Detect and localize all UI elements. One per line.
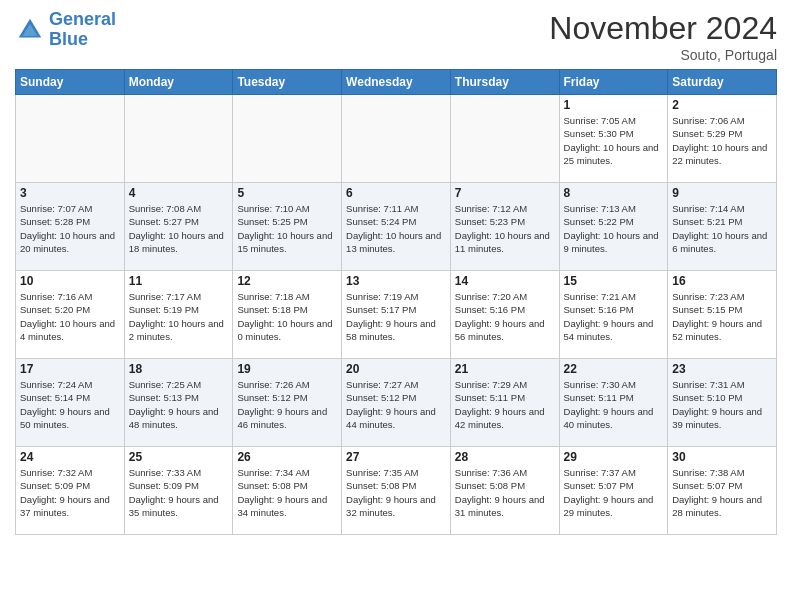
day-cell: 24Sunrise: 7:32 AM Sunset: 5:09 PM Dayli… <box>16 447 125 535</box>
day-cell: 12Sunrise: 7:18 AM Sunset: 5:18 PM Dayli… <box>233 271 342 359</box>
day-cell: 25Sunrise: 7:33 AM Sunset: 5:09 PM Dayli… <box>124 447 233 535</box>
day-number: 22 <box>564 362 664 376</box>
day-number: 2 <box>672 98 772 112</box>
day-number: 9 <box>672 186 772 200</box>
day-info: Sunrise: 7:30 AM Sunset: 5:11 PM Dayligh… <box>564 378 664 431</box>
week-row-5: 24Sunrise: 7:32 AM Sunset: 5:09 PM Dayli… <box>16 447 777 535</box>
weekday-header-sunday: Sunday <box>16 70 125 95</box>
day-info: Sunrise: 7:37 AM Sunset: 5:07 PM Dayligh… <box>564 466 664 519</box>
calendar-table: SundayMondayTuesdayWednesdayThursdayFrid… <box>15 69 777 535</box>
day-number: 13 <box>346 274 446 288</box>
day-cell: 28Sunrise: 7:36 AM Sunset: 5:08 PM Dayli… <box>450 447 559 535</box>
day-number: 1 <box>564 98 664 112</box>
day-info: Sunrise: 7:31 AM Sunset: 5:10 PM Dayligh… <box>672 378 772 431</box>
day-number: 6 <box>346 186 446 200</box>
day-info: Sunrise: 7:14 AM Sunset: 5:21 PM Dayligh… <box>672 202 772 255</box>
day-info: Sunrise: 7:38 AM Sunset: 5:07 PM Dayligh… <box>672 466 772 519</box>
weekday-header-wednesday: Wednesday <box>342 70 451 95</box>
day-number: 28 <box>455 450 555 464</box>
page-header: General Blue November 2024 Souto, Portug… <box>15 10 777 63</box>
day-info: Sunrise: 7:33 AM Sunset: 5:09 PM Dayligh… <box>129 466 229 519</box>
day-info: Sunrise: 7:36 AM Sunset: 5:08 PM Dayligh… <box>455 466 555 519</box>
day-cell: 27Sunrise: 7:35 AM Sunset: 5:08 PM Dayli… <box>342 447 451 535</box>
day-number: 24 <box>20 450 120 464</box>
day-info: Sunrise: 7:17 AM Sunset: 5:19 PM Dayligh… <box>129 290 229 343</box>
day-number: 18 <box>129 362 229 376</box>
day-info: Sunrise: 7:10 AM Sunset: 5:25 PM Dayligh… <box>237 202 337 255</box>
day-cell: 21Sunrise: 7:29 AM Sunset: 5:11 PM Dayli… <box>450 359 559 447</box>
day-info: Sunrise: 7:07 AM Sunset: 5:28 PM Dayligh… <box>20 202 120 255</box>
day-cell: 23Sunrise: 7:31 AM Sunset: 5:10 PM Dayli… <box>668 359 777 447</box>
day-cell: 1Sunrise: 7:05 AM Sunset: 5:30 PM Daylig… <box>559 95 668 183</box>
logo: General Blue <box>15 10 116 50</box>
day-number: 10 <box>20 274 120 288</box>
title-block: November 2024 Souto, Portugal <box>549 10 777 63</box>
day-number: 15 <box>564 274 664 288</box>
day-cell: 11Sunrise: 7:17 AM Sunset: 5:19 PM Dayli… <box>124 271 233 359</box>
weekday-header-tuesday: Tuesday <box>233 70 342 95</box>
day-info: Sunrise: 7:35 AM Sunset: 5:08 PM Dayligh… <box>346 466 446 519</box>
day-info: Sunrise: 7:13 AM Sunset: 5:22 PM Dayligh… <box>564 202 664 255</box>
day-cell: 4Sunrise: 7:08 AM Sunset: 5:27 PM Daylig… <box>124 183 233 271</box>
day-info: Sunrise: 7:24 AM Sunset: 5:14 PM Dayligh… <box>20 378 120 431</box>
day-number: 7 <box>455 186 555 200</box>
day-number: 21 <box>455 362 555 376</box>
day-number: 8 <box>564 186 664 200</box>
weekday-header-thursday: Thursday <box>450 70 559 95</box>
day-info: Sunrise: 7:32 AM Sunset: 5:09 PM Dayligh… <box>20 466 120 519</box>
day-cell: 2Sunrise: 7:06 AM Sunset: 5:29 PM Daylig… <box>668 95 777 183</box>
day-number: 27 <box>346 450 446 464</box>
day-cell: 3Sunrise: 7:07 AM Sunset: 5:28 PM Daylig… <box>16 183 125 271</box>
day-info: Sunrise: 7:11 AM Sunset: 5:24 PM Dayligh… <box>346 202 446 255</box>
day-number: 30 <box>672 450 772 464</box>
day-cell <box>124 95 233 183</box>
day-number: 16 <box>672 274 772 288</box>
day-info: Sunrise: 7:12 AM Sunset: 5:23 PM Dayligh… <box>455 202 555 255</box>
week-row-4: 17Sunrise: 7:24 AM Sunset: 5:14 PM Dayli… <box>16 359 777 447</box>
day-number: 29 <box>564 450 664 464</box>
day-cell: 13Sunrise: 7:19 AM Sunset: 5:17 PM Dayli… <box>342 271 451 359</box>
day-number: 20 <box>346 362 446 376</box>
day-info: Sunrise: 7:06 AM Sunset: 5:29 PM Dayligh… <box>672 114 772 167</box>
day-cell: 29Sunrise: 7:37 AM Sunset: 5:07 PM Dayli… <box>559 447 668 535</box>
day-cell: 10Sunrise: 7:16 AM Sunset: 5:20 PM Dayli… <box>16 271 125 359</box>
day-cell: 30Sunrise: 7:38 AM Sunset: 5:07 PM Dayli… <box>668 447 777 535</box>
day-cell: 19Sunrise: 7:26 AM Sunset: 5:12 PM Dayli… <box>233 359 342 447</box>
day-info: Sunrise: 7:18 AM Sunset: 5:18 PM Dayligh… <box>237 290 337 343</box>
day-number: 17 <box>20 362 120 376</box>
weekday-header-saturday: Saturday <box>668 70 777 95</box>
day-number: 12 <box>237 274 337 288</box>
day-cell: 26Sunrise: 7:34 AM Sunset: 5:08 PM Dayli… <box>233 447 342 535</box>
day-number: 3 <box>20 186 120 200</box>
logo-text: General Blue <box>49 10 116 50</box>
day-cell <box>342 95 451 183</box>
day-number: 26 <box>237 450 337 464</box>
weekday-header-monday: Monday <box>124 70 233 95</box>
weekday-header-row: SundayMondayTuesdayWednesdayThursdayFrid… <box>16 70 777 95</box>
weekday-header-friday: Friday <box>559 70 668 95</box>
day-cell: 9Sunrise: 7:14 AM Sunset: 5:21 PM Daylig… <box>668 183 777 271</box>
day-cell: 6Sunrise: 7:11 AM Sunset: 5:24 PM Daylig… <box>342 183 451 271</box>
day-cell: 17Sunrise: 7:24 AM Sunset: 5:14 PM Dayli… <box>16 359 125 447</box>
day-cell <box>233 95 342 183</box>
day-number: 23 <box>672 362 772 376</box>
day-info: Sunrise: 7:23 AM Sunset: 5:15 PM Dayligh… <box>672 290 772 343</box>
day-number: 5 <box>237 186 337 200</box>
day-info: Sunrise: 7:26 AM Sunset: 5:12 PM Dayligh… <box>237 378 337 431</box>
day-info: Sunrise: 7:25 AM Sunset: 5:13 PM Dayligh… <box>129 378 229 431</box>
day-cell: 8Sunrise: 7:13 AM Sunset: 5:22 PM Daylig… <box>559 183 668 271</box>
day-cell: 16Sunrise: 7:23 AM Sunset: 5:15 PM Dayli… <box>668 271 777 359</box>
day-info: Sunrise: 7:20 AM Sunset: 5:16 PM Dayligh… <box>455 290 555 343</box>
day-number: 19 <box>237 362 337 376</box>
day-cell: 5Sunrise: 7:10 AM Sunset: 5:25 PM Daylig… <box>233 183 342 271</box>
week-row-1: 1Sunrise: 7:05 AM Sunset: 5:30 PM Daylig… <box>16 95 777 183</box>
day-info: Sunrise: 7:27 AM Sunset: 5:12 PM Dayligh… <box>346 378 446 431</box>
day-info: Sunrise: 7:34 AM Sunset: 5:08 PM Dayligh… <box>237 466 337 519</box>
day-info: Sunrise: 7:05 AM Sunset: 5:30 PM Dayligh… <box>564 114 664 167</box>
week-row-3: 10Sunrise: 7:16 AM Sunset: 5:20 PM Dayli… <box>16 271 777 359</box>
location: Souto, Portugal <box>549 47 777 63</box>
day-cell <box>450 95 559 183</box>
day-info: Sunrise: 7:21 AM Sunset: 5:16 PM Dayligh… <box>564 290 664 343</box>
day-number: 25 <box>129 450 229 464</box>
day-info: Sunrise: 7:19 AM Sunset: 5:17 PM Dayligh… <box>346 290 446 343</box>
